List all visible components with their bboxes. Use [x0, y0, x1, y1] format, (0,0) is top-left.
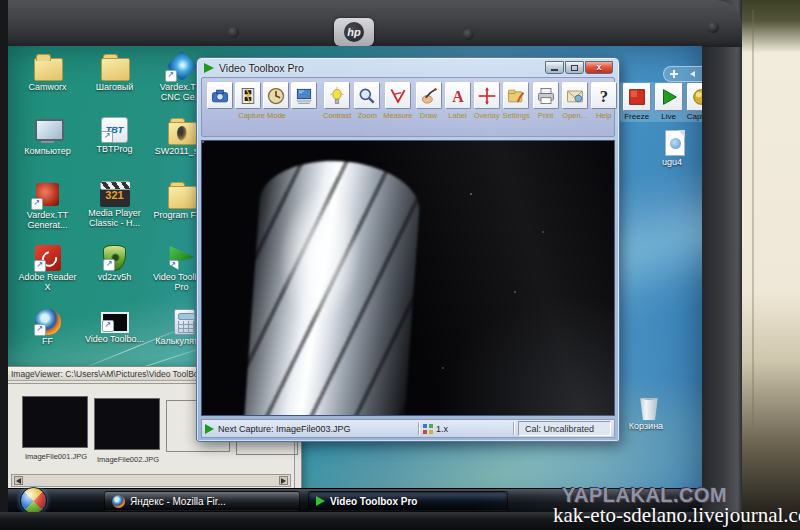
capture-timer-button[interactable] [263, 82, 289, 109]
green-play-icon [168, 245, 196, 271]
scroll-right-button[interactable] [279, 476, 288, 485]
capture-control-group: Freeze Live Capture [620, 82, 702, 122]
envelope-icon [565, 86, 585, 106]
printer-icon [536, 86, 556, 106]
taskbar-button-label: Яндекс - Mozilla Fir... [130, 496, 226, 507]
maximize-button[interactable] [565, 61, 584, 74]
thumbnail-label: ImageFile002.JPG [88, 455, 168, 464]
red-square-icon [626, 86, 648, 108]
gadget-prev-icon[interactable] [690, 71, 695, 77]
overlay-button[interactable] [474, 82, 500, 109]
contrast-button[interactable] [324, 82, 350, 109]
minimize-icon [551, 69, 558, 71]
desktop-icon-vd2zv5h[interactable]: vd2zv5h [81, 242, 148, 306]
minimize-button[interactable] [545, 61, 564, 74]
open-tool: Open... [562, 82, 588, 120]
zoom-tool: Zoom [354, 82, 380, 120]
crosshair-icon [477, 86, 497, 106]
measure-button[interactable] [385, 82, 411, 109]
desktop-icon-vardex-tt[interactable]: Vardex.TT Generat... [14, 178, 81, 242]
help-button[interactable]: ? [591, 82, 617, 109]
taskbar-firefox-button[interactable]: Яндекс - Mozilla Fir... [104, 491, 300, 511]
recycle-bin-icon [639, 394, 659, 420]
sidebar-gadget-control[interactable] [663, 66, 702, 82]
bezel-screw-dot [228, 27, 239, 38]
scroll-left-button[interactable] [14, 476, 23, 485]
tbt-app-icon: TBT [101, 117, 128, 143]
live-button[interactable] [655, 83, 683, 111]
capture-button[interactable] [687, 83, 702, 111]
taskbar-video-toolbox-button[interactable]: Video Toolbox Pro [308, 491, 508, 511]
desktop-icon-recycle-bin[interactable]: Корзина [616, 394, 676, 431]
caliper-icon [388, 86, 408, 106]
status-play-icon [205, 424, 214, 434]
start-button[interactable] [20, 487, 47, 512]
photo-of-laptop: hp Camworx Шаговый Vardex.TM CNC Ge... [0, 0, 800, 530]
capture-screen-button[interactable] [291, 82, 317, 109]
video-toolbox-toolbar: Capture Mode Contrast Zoom [201, 77, 615, 137]
laptop-bezel-right [700, 0, 742, 530]
desktop-icon-camworx[interactable]: Camworx [14, 50, 81, 114]
live-tool: Live [655, 83, 683, 121]
video-toolbox-statusbar: Next Capture: ImageFile003.JPG 1.x Cal: … [201, 419, 615, 438]
close-button[interactable]: x [585, 61, 613, 74]
question-mark-icon: ? [594, 86, 614, 106]
green-play-icon [316, 496, 325, 506]
horizontal-scrollbar[interactable] [11, 474, 291, 487]
lightbulb-icon [327, 86, 347, 106]
dust-specks [202, 141, 204, 143]
app-play-icon [203, 62, 215, 74]
gold-sphere-icon [690, 86, 702, 108]
firefox-icon [112, 495, 125, 508]
freeze-tool: Freeze [623, 83, 651, 121]
clock-icon [266, 86, 286, 106]
status-divider [513, 422, 514, 435]
desktop-icon-computer[interactable]: Компьютер [14, 114, 81, 178]
window-controls: x [545, 61, 613, 74]
app-blue-icon [166, 53, 198, 81]
camera-icon [210, 86, 230, 106]
capture-camera-button[interactable] [207, 82, 233, 109]
video-toolbox-titlebar[interactable]: Video Toolbox Pro x [201, 58, 615, 77]
window-title: Video Toolbox Pro [219, 62, 541, 74]
filmstrip-icon [238, 86, 258, 106]
capture-film-button[interactable] [235, 82, 261, 109]
folder-icon [32, 53, 64, 81]
thumbnail-imagefile001[interactable] [22, 396, 88, 448]
hand-pen-icon [419, 86, 439, 106]
laptop-screen: Camworx Шаговый Vardex.TM CNC Ge... Комп… [8, 46, 702, 512]
left-arrow-icon [16, 478, 21, 484]
desktop-icon-ugu4[interactable]: ugu4 [642, 130, 702, 167]
calculator-icon [174, 309, 195, 335]
background-wall [738, 0, 800, 530]
bezel-screw-dot [463, 29, 474, 40]
desktop-icon-tbtprog[interactable]: TBT TBTProg [81, 114, 148, 178]
live-video-view[interactable] [201, 140, 615, 416]
thumbnail-imagefile002[interactable] [94, 398, 160, 450]
capture-tool: Capture [687, 83, 702, 121]
draw-button[interactable] [416, 82, 442, 109]
zoom-button[interactable] [354, 82, 380, 109]
firefox-icon [35, 309, 61, 335]
print-button[interactable] [533, 82, 559, 109]
freeze-button[interactable] [623, 83, 651, 111]
folder-tools-icon [506, 86, 526, 106]
capture-mode-group: Capture Mode [207, 82, 317, 120]
open-button[interactable] [562, 82, 588, 109]
label-button[interactable]: A [445, 82, 471, 109]
document-icon [665, 130, 685, 156]
folder-swirl-decoration [177, 126, 187, 141]
desktop-icon-mpc[interactable]: 321 Media Player Classic - H... [81, 178, 148, 242]
adobe-reader-icon [35, 245, 61, 271]
monitor-icon [294, 86, 314, 106]
zoom-level-value: 1.x [436, 424, 448, 434]
close-icon: x [596, 63, 601, 72]
desktop-icon-adobe-reader[interactable]: Adobe Reader X [14, 242, 81, 306]
desktop-icon-video-toolbo[interactable]: Video Toolbo... [81, 306, 148, 370]
desktop-icon-shagovy[interactable]: Шаговый [81, 50, 148, 114]
settings-button[interactable] [503, 82, 529, 109]
desktop-icon-ff[interactable]: FF [14, 306, 81, 370]
print-tool: Print [533, 82, 559, 120]
label-tool: A Label [445, 82, 471, 120]
add-gadget-icon[interactable] [670, 70, 678, 78]
